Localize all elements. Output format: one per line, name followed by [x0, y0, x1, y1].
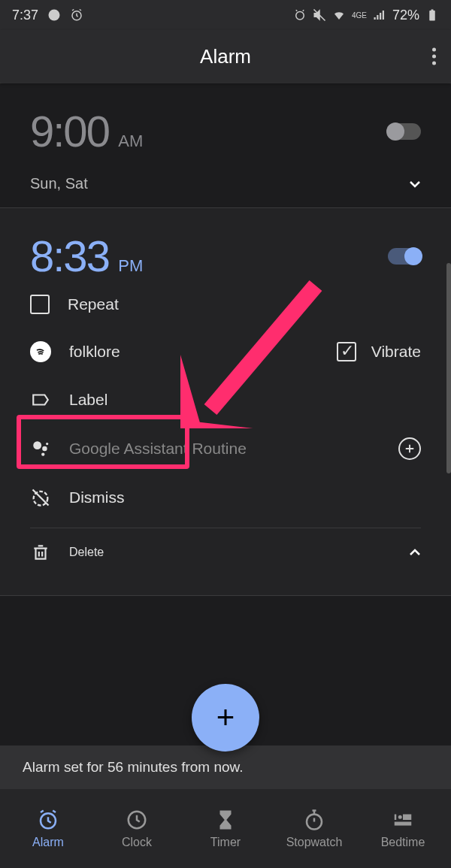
nav-alarm[interactable]: Alarm — [4, 809, 92, 849]
chevron-down-icon[interactable] — [409, 180, 421, 188]
bed-icon — [392, 809, 414, 831]
svg-point-7 — [41, 452, 44, 455]
hourglass-icon — [214, 809, 237, 831]
status-time: 7:37 — [12, 8, 38, 23]
nav-bedtime-label: Bedtime — [381, 836, 425, 849]
alarm-set-icon — [293, 8, 307, 22]
alarm-off-icon — [30, 487, 51, 508]
status-bar: 7:37 4GE 72% — [0, 0, 451, 30]
nav-timer-label: Timer — [210, 836, 241, 849]
nav-stopwatch-label: Stopwatch — [286, 836, 343, 849]
nav-clock-label: Clock — [122, 836, 152, 849]
trash-icon — [30, 542, 51, 563]
stopwatch-icon — [303, 809, 325, 831]
bottom-nav: Alarm Clock Timer Stopwatch Bedtime — [0, 789, 451, 868]
nav-stopwatch[interactable]: Stopwatch — [270, 809, 359, 849]
page-title: Alarm — [200, 45, 251, 68]
reddit-icon — [47, 8, 61, 22]
add-alarm-fab[interactable]: + — [192, 684, 259, 752]
alarm-item-2: 8:33 PM Repeat folklore Vibrate — [0, 207, 451, 596]
svg-rect-4 — [431, 10, 434, 11]
label-text: Label — [69, 391, 107, 409]
add-routine-button[interactable] — [398, 437, 421, 460]
nav-alarm-label: Alarm — [32, 836, 64, 849]
mute-icon — [313, 8, 326, 22]
repeat-row[interactable]: Repeat — [0, 281, 451, 328]
repeat-label: Repeat — [68, 295, 119, 313]
svg-point-5 — [33, 441, 41, 449]
chevron-up-icon[interactable] — [409, 549, 421, 556]
alarm-days: Sun, Sat — [30, 175, 88, 192]
alarm-time-value-2: 8:33 — [30, 231, 109, 280]
spotify-icon — [30, 341, 51, 362]
alarm-ampm: AM — [118, 132, 143, 150]
battery-icon — [425, 8, 439, 22]
nav-timer[interactable]: Timer — [181, 809, 270, 849]
repeat-checkbox[interactable] — [30, 295, 50, 314]
snackbar: Alarm set for 56 minutes from now. — [0, 746, 451, 789]
alarm-toggle-2[interactable] — [388, 248, 421, 265]
alarm-ampm-2: PM — [118, 256, 143, 275]
alarm-time-display[interactable]: 9:00 AM — [30, 106, 143, 156]
delete-label: Delete — [69, 546, 104, 559]
sound-row[interactable]: folklore — [30, 341, 120, 362]
nav-bedtime[interactable]: Bedtime — [359, 809, 447, 849]
wifi-icon — [332, 8, 346, 22]
routine-row[interactable]: Google Assistant Routine — [0, 424, 451, 473]
dismiss-label: Dismiss — [69, 488, 125, 507]
more-options-button[interactable] — [432, 48, 436, 65]
label-icon — [30, 389, 51, 410]
routine-label: Google Assistant Routine — [69, 440, 247, 458]
app-header: Alarm — [0, 30, 451, 83]
vibrate-label: Vibrate — [371, 343, 421, 361]
alarm-status-icon — [70, 8, 83, 22]
clock-icon — [126, 809, 148, 831]
alarm-toggle-1[interactable] — [388, 123, 421, 140]
alarm-item-1[interactable]: 9:00 AM Sun, Sat — [0, 83, 451, 207]
alarm-icon — [37, 809, 59, 831]
label-row[interactable]: Label — [0, 376, 451, 424]
google-assistant-icon — [30, 438, 51, 459]
nav-clock[interactable]: Clock — [92, 809, 181, 849]
delete-row[interactable]: Delete — [30, 542, 104, 563]
scrollbar[interactable] — [446, 263, 451, 473]
dismiss-row[interactable]: Dismiss — [0, 473, 451, 522]
plus-icon: + — [216, 700, 235, 736]
svg-point-2 — [296, 12, 304, 20]
svg-point-6 — [42, 446, 47, 452]
svg-point-0 — [49, 10, 60, 21]
snackbar-text: Alarm set for 56 minutes from now. — [23, 759, 244, 775]
alarm-time-value: 9:00 — [30, 107, 109, 156]
battery-percent: 72% — [392, 8, 419, 23]
alarm-time-display-2[interactable]: 8:33 PM — [30, 231, 143, 281]
vibrate-row[interactable]: Vibrate — [337, 342, 421, 361]
svg-point-8 — [46, 443, 48, 445]
network-icon: 4GE — [352, 11, 367, 20]
sound-label: folklore — [69, 343, 120, 361]
signal-icon — [373, 8, 386, 22]
vibrate-checkbox[interactable] — [337, 342, 356, 361]
svg-rect-3 — [429, 11, 435, 21]
